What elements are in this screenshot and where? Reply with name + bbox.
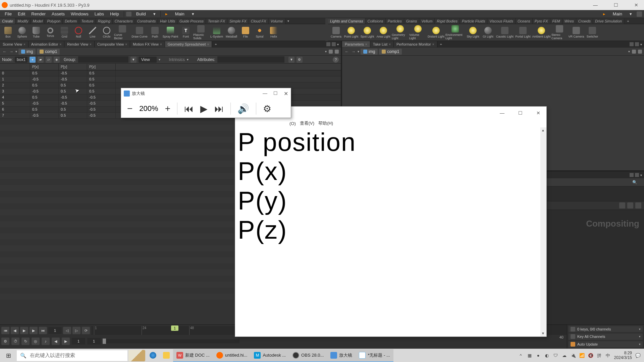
chevron-down-icon[interactable]: ▾ [628,50,630,53]
pin-icon[interactable] [329,50,333,54]
close-icon[interactable]: × [432,43,434,46]
chevron-down-icon[interactable]: ▾ [187,58,189,61]
close-icon[interactable]: × [59,43,61,46]
shelf-box[interactable]: Box [1,27,15,38]
frame-input[interactable] [48,327,62,334]
shelf-tab[interactable]: Modify [15,18,31,24]
scrollbar[interactable]: ▲ ▼ [540,127,546,337]
close-icon[interactable]: × [207,43,209,46]
pane-opt-icon[interactable] [332,42,336,46]
view-dropdown[interactable]: View [139,57,157,63]
menuset-right-selector[interactable]: ▸ Main ▾ [600,10,635,17]
node-tool-icon[interactable] [627,202,633,208]
read-aloud-button[interactable]: 🔊 [237,103,249,114]
shelf-tab[interactable]: Lights and Cameras [328,18,365,24]
close-button[interactable]: ✕ [534,109,543,117]
shelf-tab[interactable]: Guide Process [177,18,206,24]
menu-help[interactable]: Help [107,10,122,17]
play-back-button[interactable]: ▶ [20,327,28,334]
shelf-file[interactable]: File [239,27,252,38]
tray-onedrive-icon[interactable]: ☁ [562,353,567,358]
expand-icon[interactable] [335,50,339,54]
add-tab-icon[interactable]: + [212,41,219,47]
tray-volume-icon[interactable]: 🔇 [588,353,593,358]
shelf-circle[interactable]: Circle [100,27,113,38]
shelf-tab[interactable]: Collisions [365,18,385,24]
prev-frame-button[interactable]: ◀ [11,327,19,334]
breadcrumb-seg[interactable]: img [18,49,36,55]
taskbar-item-houdini[interactable]: untitled.hi... [213,349,251,362]
breadcrumb-seg[interactable]: comp1 [37,49,60,55]
menuset-selector[interactable]: ▸ Main ▾ [163,10,197,17]
zoom-out-button[interactable]: − [127,103,132,114]
menu-windows[interactable]: Windows [68,10,91,17]
expand-icon[interactable] [638,50,642,54]
breadcrumb-seg[interactable]: comp1 [379,49,402,55]
back-icon[interactable]: ← [2,49,7,54]
shelf-point-light[interactable]: Point Light [343,27,359,38]
tab-take-list[interactable]: Take List× [370,41,394,47]
shelf-area-light[interactable]: Area Light [376,27,391,38]
first-frame-button[interactable]: ⏮ [1,327,9,334]
shelf-curve-bezier[interactable]: Curve Bezier [114,25,131,40]
chevron-down-icon[interactable]: ▾ [358,50,359,53]
scroll-down-icon[interactable]: ▼ [540,330,546,337]
shelf-tab[interactable]: Drive Simulation [593,18,624,24]
close-button[interactable]: ✕ [284,90,288,97]
shelf-draw-curve[interactable]: Draw Curve [131,27,148,38]
next-button[interactable]: ⏭ [214,103,224,114]
loop-icon[interactable]: ↻ [21,338,30,345]
taskbar-item-explorer[interactable] [160,349,173,362]
node-tool-icon[interactable] [619,202,625,208]
shelf-tab[interactable]: Cloud FX [249,18,269,24]
menu-assets[interactable]: Assets [49,10,67,17]
shelf-spot-light[interactable]: Spot Light [360,27,375,38]
shelf-torus[interactable]: Torus [44,27,57,38]
tab-render-view[interactable]: Render View× [64,41,95,47]
maximize-button[interactable]: ☐ [516,109,525,117]
prev-button[interactable]: ⏮ [184,103,194,114]
tray-clock[interactable]: 8:29 2024/3/15 [614,351,632,360]
shelf-tab[interactable]: Grains [404,18,419,24]
options-icon[interactable]: ⚙ [297,57,303,63]
shelf-tube[interactable]: Tube [30,27,43,38]
shelf-tab[interactable]: Rigid Bodies [435,18,460,24]
close-icon[interactable]: × [90,43,92,46]
col-index[interactable] [0,64,30,70]
node-tool-icon[interactable] [635,202,641,208]
shelf-caustic-light[interactable]: Caustic Light [496,27,514,38]
shelf-metaball[interactable]: Metaball [225,27,238,38]
close-icon[interactable]: × [365,43,367,46]
tray-app-icon[interactable]: ◐ [544,353,550,358]
timeline-ruler[interactable]: 1 1 24 48 72 [91,326,239,335]
verts-mode-icon[interactable]: ▰ [38,57,44,63]
breadcrumb-seg[interactable]: img [361,49,378,55]
shelf-portal-light[interactable]: Portal Light [515,27,531,38]
tray-notifications-icon[interactable]: 💬 [635,353,641,358]
shelf-path[interactable]: Path [148,27,162,38]
shelf-line[interactable]: Line [86,27,99,38]
desktop-selector[interactable]: Build ▾ [126,10,158,17]
tray-app-icon[interactable]: ▦ [527,353,532,358]
shelf-null[interactable]: Null [72,27,85,38]
anim-options-icon[interactable]: ⚙ [1,338,9,345]
pin-icon[interactable] [632,50,636,54]
shelf-tab[interactable]: Deform [63,18,79,24]
tab-parameters[interactable]: Parameters× [342,41,370,47]
range-slider[interactable] [103,339,239,343]
filter-icon[interactable]: ▼ [130,57,137,63]
tab-motionfterritor-view[interactable]: Motion FX View× [130,41,165,47]
tray-ime-icon[interactable]: 中 [605,353,611,358]
chevron-down-icon[interactable]: ▾ [639,335,641,338]
shelf-tab[interactable]: Oceans [516,18,533,24]
shelf-camera[interactable]: Camera [329,27,343,38]
shelf-sky-light[interactable]: Sky Light [466,27,480,38]
shelf-tab[interactable]: Particle Fluids [460,18,487,24]
menu-file[interactable]: File [2,10,14,17]
tray-shield-icon[interactable]: 🛡 [553,353,558,358]
notepad-window[interactable]: — ☐ ✕ (O) 查看(V) 帮助(H) P position P(x) P(… [235,106,547,337]
next-key-button[interactable]: ▷ [72,327,80,334]
settings-button[interactable]: ⚙ [263,103,271,114]
shelf-tab[interactable]: Simple FX [227,18,249,24]
shelf-geo-light[interactable]: Geometry Light [392,25,409,40]
